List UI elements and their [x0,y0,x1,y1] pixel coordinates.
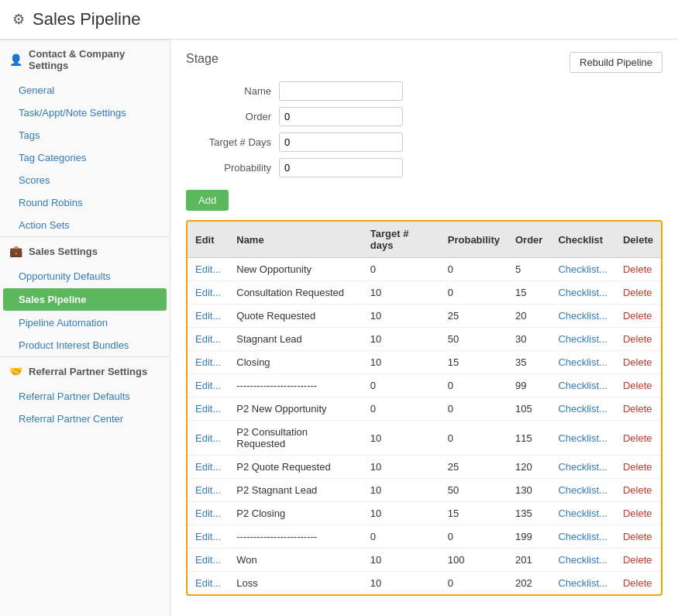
checklist-link-9[interactable]: Checklist... [558,484,607,496]
checklist-link-13[interactable]: Checklist... [558,577,607,589]
edit-link-5[interactable]: Edit... [195,380,221,391]
delete-link-5[interactable]: Delete [623,380,652,391]
cell-target-days-8: 10 [363,456,440,479]
form-probability-input[interactable] [279,158,403,177]
gear-icon: ⚙ [12,11,25,28]
edit-link-6[interactable]: Edit... [195,403,221,415]
stage-section-title: Stage [186,52,219,66]
table-row: Edit... Loss 10 0 202 Checklist... Delet… [188,572,661,595]
cell-delete-8: Delete [615,456,661,479]
cell-target-days-13: 10 [363,572,440,595]
sidebar-item-round-robins[interactable]: Round Robins [0,191,170,214]
cell-order-1: 15 [508,281,550,305]
sidebar-item-general[interactable]: General [0,79,170,102]
checklist-link-6[interactable]: Checklist... [558,403,607,415]
add-button[interactable]: Add [186,190,229,211]
edit-link-8[interactable]: Edit... [195,461,221,473]
sidebar-item-task-appt[interactable]: Task/Appt/Note Settings [0,102,170,124]
cell-delete-3: Delete [615,328,661,351]
table-header-row: Edit Name Target # days Probability Orde… [188,222,661,258]
cell-probability-12: 100 [440,549,508,572]
sidebar-item-product-bundles[interactable]: Product Interest Bundles [0,334,170,356]
checklist-link-3[interactable]: Checklist... [558,333,607,345]
cell-probability-9: 50 [440,479,508,502]
edit-link-12[interactable]: Edit... [195,554,221,566]
checklist-link-10[interactable]: Checklist... [558,508,607,519]
sidebar-item-opportunity-defaults[interactable]: Opportunity Defaults [0,265,170,287]
form-probability-group: Probability [186,158,663,177]
checklist-link-0[interactable]: Checklist... [558,263,607,275]
cell-edit-2: Edit... [188,305,229,328]
form-name-label: Name [186,85,279,97]
checklist-link-7[interactable]: Checklist... [558,432,607,444]
delete-link-1[interactable]: Delete [623,287,652,298]
table-row: Edit... P2 Stagnant Lead 10 50 130 Check… [188,479,661,502]
sidebar-item-tags[interactable]: Tags [0,124,170,146]
delete-link-2[interactable]: Delete [623,310,652,322]
edit-link-13[interactable]: Edit... [195,577,221,589]
form-name-input[interactable] [279,81,403,101]
cell-probability-13: 0 [440,572,508,595]
sidebar-item-tag-categories[interactable]: Tag Categories [0,146,170,169]
rebuild-pipeline-button[interactable]: Rebuild Pipeline [570,52,663,73]
delete-link-7[interactable]: Delete [623,432,652,444]
cell-edit-7: Edit... [188,421,229,456]
cell-checklist-0: Checklist... [550,258,615,281]
delete-link-10[interactable]: Delete [623,508,652,519]
cell-order-2: 20 [508,305,550,328]
delete-link-4[interactable]: Delete [623,356,652,368]
delete-link-6[interactable]: Delete [623,403,652,415]
edit-link-11[interactable]: Edit... [195,531,221,542]
table-row: Edit... Stagnant Lead 10 50 30 Checklist… [188,328,661,351]
cell-target-days-10: 10 [363,502,440,525]
cell-checklist-12: Checklist... [550,549,615,572]
sidebar-section-referral: 🤝 Referral Partner Settings [0,356,170,385]
cell-order-5: 99 [508,374,550,397]
checklist-link-5[interactable]: Checklist... [558,380,607,391]
sidebar-item-pipeline-automation[interactable]: Pipeline Automation [0,311,170,334]
sidebar-item-sales-pipeline[interactable]: Sales Pipeline [3,288,167,311]
checklist-link-8[interactable]: Checklist... [558,461,607,473]
edit-link-2[interactable]: Edit... [195,310,221,322]
cell-checklist-7: Checklist... [550,421,615,456]
checklist-link-12[interactable]: Checklist... [558,554,607,566]
cell-edit-5: Edit... [188,374,229,397]
edit-link-4[interactable]: Edit... [195,356,221,368]
cell-target-days-7: 10 [363,421,440,456]
cell-edit-9: Edit... [188,479,229,502]
form-order-input[interactable] [279,107,403,126]
cell-checklist-11: Checklist... [550,525,615,549]
edit-link-7[interactable]: Edit... [195,432,221,444]
sidebar-item-referral-center[interactable]: Referral Partner Center [0,408,170,430]
cell-order-13: 202 [508,572,550,595]
main-layout: 👤 Contact & Company Settings General Tas… [0,40,678,616]
cell-order-9: 130 [508,479,550,502]
edit-link-1[interactable]: Edit... [195,287,221,298]
edit-link-0[interactable]: Edit... [195,263,221,275]
sidebar-item-scores[interactable]: Scores [0,169,170,191]
edit-link-10[interactable]: Edit... [195,508,221,519]
delete-link-13[interactable]: Delete [623,577,652,589]
edit-link-9[interactable]: Edit... [195,484,221,496]
delete-link-9[interactable]: Delete [623,484,652,496]
cell-probability-6: 0 [440,397,508,421]
checklist-link-4[interactable]: Checklist... [558,356,607,368]
delete-link-0[interactable]: Delete [623,263,652,275]
delete-link-8[interactable]: Delete [623,461,652,473]
sidebar-item-referral-defaults[interactable]: Referral Partner Defaults [0,385,170,408]
checklist-link-2[interactable]: Checklist... [558,310,607,322]
checklist-link-11[interactable]: Checklist... [558,531,607,542]
form-target-days-input[interactable] [279,132,403,152]
cell-checklist-6: Checklist... [550,397,615,421]
checklist-link-1[interactable]: Checklist... [558,287,607,298]
delete-link-11[interactable]: Delete [623,531,652,542]
edit-link-3[interactable]: Edit... [195,333,221,345]
delete-link-3[interactable]: Delete [623,333,652,345]
cell-probability-5: 0 [440,374,508,397]
cell-target-days-3: 10 [363,328,440,351]
sidebar-section-contact: 👤 Contact & Company Settings [0,40,170,79]
col-header-order: Order [508,222,550,258]
sidebar-item-action-sets[interactable]: Action Sets [0,214,170,236]
delete-link-12[interactable]: Delete [623,554,652,566]
cell-edit-1: Edit... [188,281,229,305]
